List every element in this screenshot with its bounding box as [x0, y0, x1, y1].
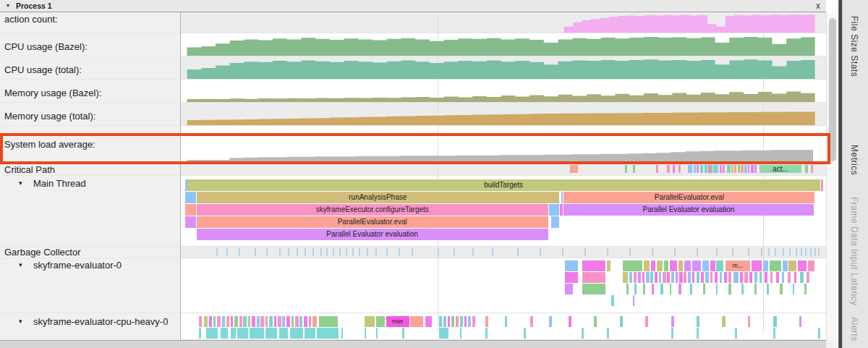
trace-event[interactable] — [341, 328, 344, 339]
trace-event[interactable] — [770, 260, 781, 271]
trace-event[interactable] — [728, 284, 731, 294]
trace-event[interactable] — [582, 328, 584, 339]
gc-event[interactable] — [805, 248, 807, 256]
trace-event[interactable] — [402, 328, 404, 339]
trace-event[interactable] — [629, 272, 632, 283]
vertical-scrollbar-thumb[interactable] — [829, 18, 836, 161]
trace-event[interactable] — [634, 284, 637, 294]
trace-event[interactable] — [549, 204, 558, 216]
gc-event[interactable] — [748, 248, 749, 256]
trace-event[interactable] — [804, 284, 807, 294]
trace-event[interactable] — [667, 272, 670, 283]
trace-event[interactable] — [643, 284, 646, 294]
trace-event[interactable] — [317, 328, 339, 339]
trace-event[interactable] — [751, 165, 754, 173]
trace-event[interactable] — [811, 165, 814, 173]
trace-event[interactable] — [720, 165, 723, 173]
trace-event[interactable] — [582, 284, 606, 294]
trace-event[interactable] — [692, 260, 701, 271]
trace-event[interactable]: ParallelEvaluator.eval — [197, 216, 548, 228]
trace-event[interactable] — [638, 272, 641, 283]
trace-event[interactable] — [773, 316, 776, 327]
gc-event[interactable] — [697, 248, 698, 256]
trace-event[interactable] — [265, 328, 277, 339]
trace-event[interactable] — [425, 316, 432, 327]
trace-event[interactable] — [688, 165, 692, 173]
gc-event[interactable] — [789, 248, 791, 256]
trace-event[interactable] — [505, 316, 508, 327]
gc-event[interactable] — [226, 248, 228, 256]
gc-event[interactable] — [472, 248, 474, 256]
gc-event[interactable] — [716, 248, 718, 256]
trace-event[interactable] — [485, 316, 488, 327]
trace-event[interactable] — [439, 316, 442, 327]
gc-event[interactable] — [517, 248, 519, 256]
trace-event[interactable] — [705, 272, 708, 283]
gc-event[interactable] — [266, 248, 268, 256]
gc-event[interactable] — [652, 248, 653, 256]
trace-event[interactable] — [710, 272, 713, 283]
trace-event[interactable] — [767, 284, 769, 294]
trace-event[interactable] — [199, 316, 202, 327]
trace-event[interactable] — [728, 272, 731, 283]
trace-event[interactable] — [744, 165, 747, 173]
trace-event[interactable] — [582, 272, 606, 283]
trace-event[interactable] — [754, 165, 757, 173]
gc-event[interactable] — [239, 248, 240, 256]
collapse-arrow-icon[interactable]: ▾ — [7, 2, 9, 9]
trace-event[interactable] — [808, 260, 814, 271]
gc-event[interactable] — [288, 248, 289, 256]
trace-event[interactable] — [670, 284, 672, 294]
trace-event[interactable] — [633, 295, 635, 306]
gc-event[interactable] — [775, 248, 776, 256]
trace-event[interactable] — [309, 316, 312, 327]
trace-event[interactable] — [231, 328, 236, 339]
trace-event[interactable] — [752, 260, 762, 271]
trace-event[interactable] — [754, 272, 757, 283]
sidebar-tab-alerts[interactable]: Alerts — [849, 317, 859, 341]
trace-event[interactable] — [692, 272, 695, 283]
trace-event[interactable] — [607, 260, 610, 271]
trace-event[interactable] — [702, 260, 709, 271]
trace-event[interactable] — [783, 260, 788, 271]
trace-event[interactable] — [199, 328, 201, 339]
trace-event[interactable] — [782, 272, 785, 283]
trace-event[interactable]: m... — [726, 260, 751, 271]
track-cpu-total[interactable] — [181, 56, 826, 80]
trace-event[interactable] — [365, 328, 367, 339]
trace-event[interactable] — [460, 316, 463, 327]
gc-event[interactable] — [352, 248, 354, 256]
gc-event[interactable] — [761, 248, 762, 256]
trace-event[interactable] — [185, 216, 196, 228]
trace-event[interactable] — [607, 328, 609, 339]
trace-event[interactable] — [780, 284, 783, 294]
trace-event[interactable] — [565, 260, 579, 271]
trace-event[interactable] — [530, 316, 533, 327]
trace-event[interactable] — [656, 165, 658, 173]
trace-event[interactable] — [234, 316, 238, 327]
trace-event[interactable] — [365, 316, 375, 327]
trace-event[interactable] — [749, 272, 752, 283]
trace-event[interactable] — [664, 260, 668, 271]
trace-event[interactable] — [279, 328, 288, 339]
horizontal-scrollbar[interactable] — [0, 340, 838, 348]
gc-event[interactable] — [801, 248, 802, 256]
track-memory-bazel[interactable] — [181, 80, 826, 103]
trace-event[interactable] — [204, 316, 208, 327]
trace-event[interactable] — [697, 328, 699, 339]
trace-event[interactable]: Parallel Evaluator evaluation — [197, 229, 548, 240]
track-garbage-collector[interactable] — [181, 247, 826, 258]
trace-event[interactable] — [741, 165, 744, 173]
gc-event[interactable] — [674, 248, 676, 256]
trace-event[interactable] — [670, 260, 678, 271]
trace-event[interactable] — [443, 316, 446, 327]
trace-event[interactable] — [213, 316, 216, 327]
trace-event[interactable] — [660, 284, 663, 294]
gc-event[interactable] — [279, 248, 281, 256]
gc-event[interactable] — [584, 248, 586, 256]
trace-event[interactable] — [222, 316, 225, 327]
trace-event[interactable] — [185, 204, 196, 216]
trace-event[interactable] — [713, 165, 716, 173]
trace-event[interactable] — [731, 165, 734, 173]
trace-event[interactable] — [678, 165, 681, 173]
